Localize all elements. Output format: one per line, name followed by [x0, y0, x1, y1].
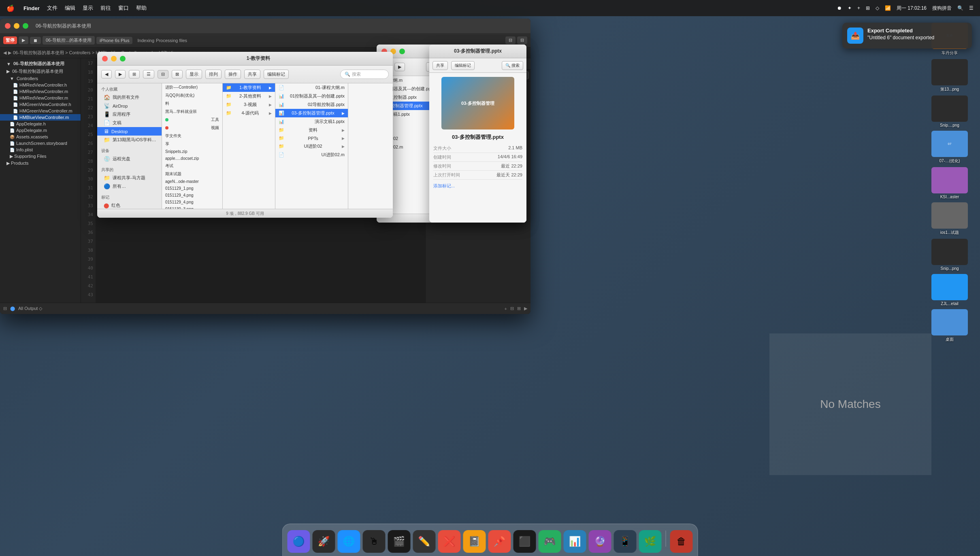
dock-safari[interactable]: 🌐	[338, 530, 360, 553]
menubar-help[interactable]: 帮助	[136, 4, 147, 12]
sidebar-item-all-shared[interactable]: 🔵 所有…	[97, 182, 162, 191]
desktop-icon-2[interactable]: 第13...png	[927, 59, 973, 92]
bottom-icon-fwd[interactable]: ▶	[524, 306, 527, 311]
sidebar-item-hmgreen-m[interactable]: 📄HMGreenViewController.m	[0, 108, 81, 114]
finder-arrange-btn[interactable]: 排列	[205, 70, 222, 79]
finder-back-btn[interactable]: ◀	[101, 70, 112, 79]
menubar-go[interactable]: 前往	[100, 4, 111, 12]
sidebar-item-supporting[interactable]: ▶ Supporting Files	[0, 153, 81, 160]
dock-app5[interactable]: 🔮	[589, 530, 611, 553]
device-selector[interactable]: iPhone 6s Plus	[96, 37, 132, 44]
view-toggle-left[interactable]: ⊟	[505, 36, 516, 44]
run-button[interactable]: ▶	[19, 36, 28, 44]
sidebar-item-appdelegate-m[interactable]: 📄AppDelegate.m	[0, 127, 81, 134]
sidebar-item-kecheng[interactable]: 📁 课程共享-马方题	[97, 174, 162, 182]
col0-item-agen[interactable]: ageN...ode-master	[162, 178, 222, 185]
col0-item-qq[interactable]: 马QQ列表(优化)	[162, 91, 222, 100]
apple-menu-icon[interactable]: 🍎	[6, 4, 15, 12]
maximize-button[interactable]	[23, 23, 28, 29]
dock-app2[interactable]: 📌	[488, 530, 511, 553]
preview-search-btn[interactable]: 🔍 搜索	[502, 61, 523, 70]
dock-mouse[interactable]: 🖱	[363, 530, 386, 553]
finder-close-button[interactable]	[102, 56, 108, 62]
sidebar-item-launchscreen[interactable]: 📄LaunchScreen.storyboard	[0, 140, 81, 146]
desktop-icon-8[interactable]: ZJL...etail	[927, 274, 973, 306]
dock-text[interactable]: ✏️	[413, 530, 436, 553]
minimize-button[interactable]	[14, 23, 19, 29]
sidebar-item-hmred-h[interactable]: 📄HMRedViewController.h	[0, 82, 81, 88]
dock-app4[interactable]: 📊	[564, 530, 586, 553]
finder-fwd-btn[interactable]: ▶	[115, 70, 126, 79]
desktop-icon-9[interactable]: 桌面	[927, 309, 973, 342]
col2-item-ui02m[interactable]: 📄 UI进阶02.m	[275, 151, 348, 159]
finder-minimize-button[interactable]	[111, 56, 117, 62]
col0-item-snippets[interactable]: Snippets.zip	[162, 148, 222, 155]
breadcrumb-nav-back[interactable]: ◀	[3, 50, 6, 55]
sidebar-item-remote-disc[interactable]: 💿 远程光盘	[97, 155, 162, 163]
add-tags-link[interactable]: 添加标记...	[433, 183, 455, 188]
finder-zoom-button[interactable]	[120, 56, 126, 62]
bottom-icon-grid[interactable]: ⊞	[517, 306, 521, 311]
col0-item-heima-class[interactable]: 黑马...学科就业班	[162, 108, 222, 116]
desktop-icon-7[interactable]: Snip...png	[927, 239, 973, 271]
xcode-bottom-icon2[interactable]: ⬤	[10, 306, 15, 311]
col0-item-video[interactable]: 视频	[162, 124, 222, 132]
col0-item-exam[interactable]: 考试	[162, 162, 222, 170]
sidebar-item-red-tag[interactable]: ⬤ 红色	[97, 201, 162, 209]
col0-item-share[interactable]: 享	[162, 140, 222, 148]
finder-action-btn[interactable]: 操作	[225, 70, 241, 79]
col0-item-final-exam[interactable]: 期末试题	[162, 170, 222, 178]
sidebar-item-hmred-m2[interactable]: 📄HMRedViewController.m	[0, 95, 81, 101]
sidebar-item-appdelegate-h[interactable]: 📄AppDelegate.h	[0, 121, 81, 127]
sidebar-item-all-files[interactable]: 🏠 我的所有文件	[97, 93, 162, 102]
sidebar-item-hmred-m[interactable]: 📄HMRedViewController.m	[0, 88, 81, 95]
finder-search-box[interactable]: 🔍 搜索	[340, 70, 389, 79]
sidebar-item-hmgreen-h[interactable]: 📄HMGreenViewController.h	[0, 101, 81, 108]
col0-item-material[interactable]: 料	[162, 100, 222, 108]
col0-item-png3[interactable]: 0151129_4.png	[162, 199, 222, 206]
finder-view-col[interactable]: ⊟	[158, 70, 168, 79]
scheme-selector[interactable]: 06-导航控...的基本使用	[43, 36, 95, 45]
col0-item-png1[interactable]: 0151129_1.png	[162, 185, 222, 192]
pause-button[interactable]: 暂停	[3, 36, 17, 44]
dock-finder[interactable]: 🔵	[288, 530, 310, 553]
sidebar-item-heima[interactable]: 📁 第13期黑马iOS学科…	[97, 136, 162, 144]
dock-notes[interactable]: 📓	[463, 530, 486, 553]
dock-app-red[interactable]: ❌	[438, 530, 461, 553]
finder2-zoom[interactable]	[399, 49, 405, 54]
col0-item-tools[interactable]: 工具	[162, 116, 222, 124]
col0-item-folder[interactable]: 学文件夹	[162, 132, 222, 140]
desktop-icon-4[interactable]: 07 07-…(优化)	[927, 131, 973, 164]
menubar-window[interactable]: 窗口	[118, 4, 129, 12]
sidebar-item-project2[interactable]: ▶06-导航控制器的基本使用	[0, 68, 81, 75]
preview-edit-btn[interactable]: 编辑标记	[451, 61, 475, 70]
sidebar-item-apps[interactable]: 📱 应用程序	[97, 110, 162, 119]
menubar-view[interactable]: 显示	[83, 4, 93, 12]
dock-quicktime[interactable]: 🎬	[388, 530, 411, 553]
col2-item-ppts[interactable]: 📁 PPTs ▶	[275, 134, 348, 142]
dock-app6[interactable]: 📱	[614, 530, 637, 553]
bottom-icon-add[interactable]: +	[505, 306, 507, 311]
col2-item-outline[interactable]: 📄 01-课程大纲.m	[275, 83, 348, 92]
finder-display-btn[interactable]: 显示	[186, 70, 202, 79]
finder-view-cover[interactable]: ⊠	[172, 70, 183, 79]
desktop-icon-6[interactable]: ios1...试题	[927, 202, 973, 236]
preview-share-btn[interactable]: 共享	[432, 61, 448, 70]
col0-item-png4[interactable]: 0151130_3.png	[162, 206, 222, 209]
menubar-search-icon[interactable]: 🔍	[957, 5, 963, 11]
desktop-icon-3[interactable]: Snip....png	[927, 95, 973, 127]
col2-item-demo[interactable]: 📊 演示文稿1.pptx	[275, 117, 348, 126]
preview-add-tags[interactable]: 添加标记...	[433, 183, 522, 189]
menubar-sogou[interactable]: 搜狗拼音	[932, 5, 952, 12]
sidebar-item-desktop[interactable]: 🖥 Desktop	[97, 127, 162, 136]
sidebar-item-hmblue-m[interactable]: 📄HMBlueViewController.m	[0, 114, 81, 121]
finder-share-btn[interactable]: 共享	[244, 70, 260, 79]
col1-item-video[interactable]: 📁 3-视频 ▶	[223, 100, 275, 109]
stop-button[interactable]: ⏹	[30, 37, 41, 44]
sidebar-item-airdrop[interactable]: 📡 AirDrop	[97, 102, 162, 110]
col2-item-nav[interactable]: 📊 02导航控制器.pptx	[275, 100, 348, 109]
menubar-edit[interactable]: 编辑	[65, 4, 75, 12]
col0-item-png2[interactable]: 0151129_4.png	[162, 192, 222, 199]
col2-item-create[interactable]: 📊 01控制器及其---的创建.pptx	[275, 92, 348, 100]
finder-view-icon[interactable]: ⊞	[129, 70, 140, 79]
